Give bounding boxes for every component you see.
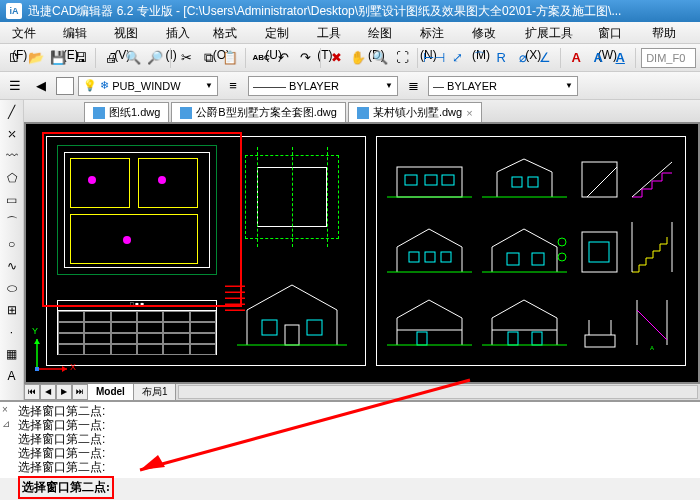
preview-button[interactable]: 🔍	[123, 47, 143, 69]
scroll-first-icon[interactable]: ⏮	[24, 384, 40, 400]
xline-icon[interactable]: ⤫	[2, 124, 22, 144]
cmd-close-icon[interactable]: ×	[2, 404, 8, 415]
ucs-y-label: Y	[32, 326, 38, 336]
color-swatch[interactable]	[56, 77, 74, 95]
print-button[interactable]: 🖨	[101, 47, 121, 69]
text-a-blue-icon[interactable]: A	[588, 47, 608, 69]
elevation-2	[482, 147, 567, 202]
erase-button[interactable]: ✖	[326, 47, 346, 69]
text-a-under-icon[interactable]: A	[610, 47, 630, 69]
sheet-border-right: A	[376, 136, 686, 366]
spline-icon[interactable]: ∿	[2, 256, 22, 276]
scrollbar-horizontal[interactable]	[178, 385, 698, 399]
app-logo-icon: iA	[6, 3, 22, 19]
paste-button[interactable]: 📋	[220, 47, 240, 69]
scroll-next-icon[interactable]: ▶	[56, 384, 72, 400]
point-icon[interactable]: ·	[2, 322, 22, 342]
svg-rect-5	[405, 175, 417, 185]
cmd-history-line: 选择窗口第二点:	[18, 432, 696, 446]
hatch-icon[interactable]: ▦	[2, 344, 22, 364]
text-icon[interactable]: A	[2, 366, 22, 386]
dim-linear-icon[interactable]: ⊢⊣	[423, 47, 445, 69]
separator	[95, 48, 96, 68]
svg-rect-35	[585, 335, 615, 347]
line-icon[interactable]: ╱	[2, 102, 22, 122]
dim-arc-icon[interactable]: ⌒	[469, 47, 489, 69]
separator	[417, 48, 418, 68]
lineweight-icon[interactable]: ≣	[402, 75, 424, 97]
menu-insert[interactable]: 插入(I)	[158, 22, 205, 43]
elevation-3	[387, 217, 472, 277]
insert-icon[interactable]: ⊞	[2, 300, 22, 320]
layout-tab-1[interactable]: 布局1	[134, 384, 177, 400]
linetype-icon[interactable]: ≡	[222, 75, 244, 97]
layout-tab-model[interactable]: Model	[88, 384, 134, 400]
cut-button[interactable]: ✂	[176, 47, 196, 69]
standard-toolbar: 🗋 📂 💾 🖫 🖨 🔍 🔎 ✂ ⧉ 📋 ABC ↶ ↷ ✖ ✋ 🔍 ⛶ ⊢⊣ ⤢…	[0, 44, 700, 72]
dimstyle-dropdown[interactable]: DIM_F0	[641, 48, 696, 68]
menu-dim[interactable]: 标注(N)	[412, 22, 464, 43]
scroll-last-icon[interactable]: ⏭	[72, 384, 88, 400]
arc-icon[interactable]: ⌒	[2, 212, 22, 232]
svg-point-23	[558, 253, 566, 261]
layer-prev-icon[interactable]: ◀	[30, 75, 52, 97]
find-button[interactable]: 🔎	[145, 47, 165, 69]
separator	[560, 48, 561, 68]
cmd-history-line: 选择窗口第二点:	[18, 404, 696, 418]
layer-dropdown[interactable]: 💡 ❄ PUB_WINDW ▼	[78, 76, 218, 96]
tab-drawing1[interactable]: 图纸1.dwg	[84, 102, 169, 122]
svg-marker-45	[34, 339, 40, 344]
svg-rect-1	[307, 320, 322, 335]
copy-button[interactable]: ⧉	[198, 47, 218, 69]
menu-modify[interactable]: 修改(M)	[464, 22, 517, 43]
save-button[interactable]: 💾	[48, 47, 68, 69]
lineweight-dropdown[interactable]: — BYLAYER ▼	[428, 76, 578, 96]
rectangle-icon[interactable]: ▭	[2, 190, 22, 210]
undo-button[interactable]: ↶	[273, 47, 293, 69]
command-input[interactable]: 选择窗口第二点:	[18, 476, 114, 499]
menu-custom[interactable]: 定制(U)	[257, 22, 309, 43]
tab-drawing3[interactable]: 某村镇小别墅.dwg×	[348, 102, 482, 122]
zoom-window-button[interactable]: 🔍	[370, 47, 390, 69]
close-icon[interactable]: ×	[466, 107, 472, 119]
dim-angle-icon[interactable]: ∠	[535, 47, 555, 69]
circle-icon[interactable]: ○	[2, 234, 22, 254]
layer-icon[interactable]: ☰	[4, 75, 26, 97]
scroll-prev-icon[interactable]: ◀	[40, 384, 56, 400]
redo-button[interactable]: ↷	[295, 47, 315, 69]
spell-button[interactable]: ABC	[251, 47, 271, 69]
saveall-button[interactable]: 🖫	[70, 47, 90, 69]
open-button[interactable]: 📂	[26, 47, 46, 69]
title-bar: iA 迅捷CAD编辑器 6.2 专业版 - [C:\Users\Administ…	[0, 0, 700, 22]
menu-format[interactable]: 格式(O)	[205, 22, 258, 43]
draw-toolbar: ╱ ⤫ 〰 ⬠ ▭ ⌒ ○ ∿ ⬭ ⊞ · ▦ A	[0, 100, 24, 400]
menu-tools[interactable]: 工具(T)	[309, 22, 360, 43]
text-a-red-icon[interactable]: A	[566, 47, 586, 69]
tab-label: 图纸1.dwg	[109, 105, 160, 120]
zoom-extents-button[interactable]: ⛶	[392, 47, 412, 69]
pan-button[interactable]: ✋	[348, 47, 368, 69]
menu-file[interactable]: 文件(F)	[4, 22, 55, 43]
ellipse-icon[interactable]: ⬭	[2, 278, 22, 298]
dim-radius-icon[interactable]: R	[491, 47, 511, 69]
polygon-icon[interactable]: ⬠	[2, 168, 22, 188]
cmd-pin-icon[interactable]: ⊿	[2, 418, 10, 429]
menu-window[interactable]: 窗口(W)	[590, 22, 644, 43]
menu-ext[interactable]: 扩展工具(X)	[517, 22, 590, 43]
drawing-canvas[interactable]: □ ■ ■ ▬▬▬▬▬▬▬▬▬▬▬▬▬▬▬▬▬▬▬▬	[26, 124, 698, 382]
bottom-bar: ⏮ ◀ ▶ ⏭ Model 布局1	[24, 384, 700, 400]
dim-align-icon[interactable]: ⤢	[447, 47, 467, 69]
tab-label: 公爵B型别墅方案全套图.dwg	[196, 105, 337, 120]
menu-draw[interactable]: 绘图(D)	[360, 22, 412, 43]
menu-edit[interactable]: 编辑(E)	[55, 22, 106, 43]
polyline-icon[interactable]: 〰	[2, 146, 22, 166]
tab-label: 某村镇小别墅.dwg	[373, 105, 462, 120]
tab-drawing2[interactable]: 公爵B型别墅方案全套图.dwg	[171, 102, 346, 122]
menu-help[interactable]: 帮助(H)	[644, 22, 696, 43]
linetype-dropdown[interactable]: ——— BYLAYER ▼	[248, 76, 398, 96]
new-button[interactable]: 🗋	[4, 47, 24, 69]
dim-diam-icon[interactable]: ⌀	[513, 47, 533, 69]
menu-view[interactable]: 视图(V)	[106, 22, 157, 43]
svg-line-14	[632, 162, 672, 197]
cmd-history-line: 选择窗口第一点:	[18, 418, 696, 432]
